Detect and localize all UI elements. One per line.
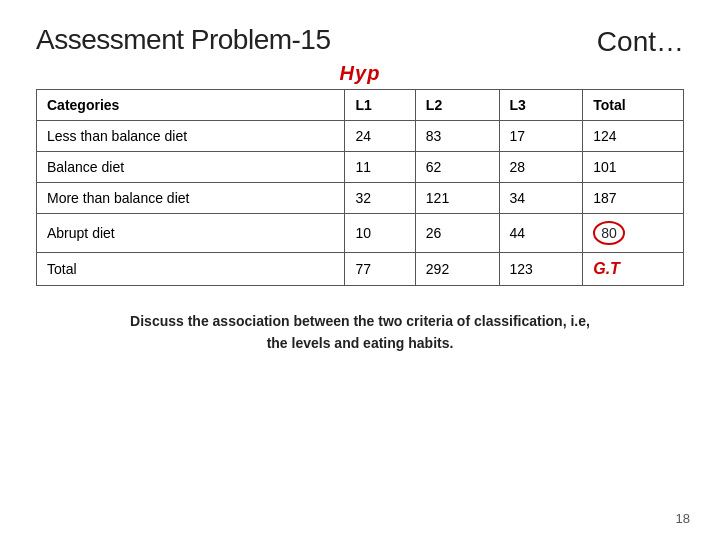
header-row: Assessment Problem-15 Cont… bbox=[36, 24, 684, 58]
cell-r4-c0: Total bbox=[37, 253, 345, 286]
page-title: Assessment Problem-15 bbox=[36, 24, 331, 56]
table-row: Balance diet116228101 bbox=[37, 152, 684, 183]
cell-r2-c2: 121 bbox=[415, 183, 499, 214]
cell-r2-c0: More than balance diet bbox=[37, 183, 345, 214]
col-header-l1: L1 bbox=[345, 90, 415, 121]
cell-r1-c2: 62 bbox=[415, 152, 499, 183]
col-header-l3: L3 bbox=[499, 90, 583, 121]
cell-r3-c0: Abrupt diet bbox=[37, 214, 345, 253]
table-header-row: Categories L1 L2 L3 Total bbox=[37, 90, 684, 121]
cell-r3-c1: 10 bbox=[345, 214, 415, 253]
cell-r2-c1: 32 bbox=[345, 183, 415, 214]
circled-value: 80 bbox=[593, 221, 625, 245]
cell-r4-c4: G.T bbox=[583, 253, 684, 286]
cell-r1-c1: 11 bbox=[345, 152, 415, 183]
data-table: Categories L1 L2 L3 Total Less than bala… bbox=[36, 89, 684, 286]
col-header-categories: Categories bbox=[37, 90, 345, 121]
cell-r0-c3: 17 bbox=[499, 121, 583, 152]
cell-r1-c0: Balance diet bbox=[37, 152, 345, 183]
table-row: More than balance diet3212134187 bbox=[37, 183, 684, 214]
footer-line1: Discuss the association between the two … bbox=[36, 310, 684, 332]
cell-r4-c1: 77 bbox=[345, 253, 415, 286]
table-row: Less than balance diet248317124 bbox=[37, 121, 684, 152]
cell-r3-c2: 26 bbox=[415, 214, 499, 253]
cell-r2-c4: 187 bbox=[583, 183, 684, 214]
cell-r3-c3: 44 bbox=[499, 214, 583, 253]
gt-value: G.T bbox=[593, 260, 620, 277]
cell-r1-c3: 28 bbox=[499, 152, 583, 183]
footer-line2: the levels and eating habits. bbox=[36, 332, 684, 354]
table-row: Abrupt diet10264480 bbox=[37, 214, 684, 253]
cell-r0-c1: 24 bbox=[345, 121, 415, 152]
page: Assessment Problem-15 Cont… Hyp Categori… bbox=[0, 0, 720, 540]
page-number: 18 bbox=[676, 511, 690, 526]
footer-text: Discuss the association between the two … bbox=[36, 310, 684, 355]
table-row: Total77292123G.T bbox=[37, 253, 684, 286]
cell-r4-c2: 292 bbox=[415, 253, 499, 286]
cont-label: Cont… bbox=[597, 24, 684, 58]
cell-r3-c4: 80 bbox=[583, 214, 684, 253]
col-header-total: Total bbox=[583, 90, 684, 121]
cell-r1-c4: 101 bbox=[583, 152, 684, 183]
cell-r2-c3: 34 bbox=[499, 183, 583, 214]
cell-r0-c0: Less than balance diet bbox=[37, 121, 345, 152]
cell-r4-c3: 123 bbox=[499, 253, 583, 286]
hyp-label: Hyp bbox=[36, 62, 684, 85]
cell-r0-c2: 83 bbox=[415, 121, 499, 152]
cell-r0-c4: 124 bbox=[583, 121, 684, 152]
col-header-l2: L2 bbox=[415, 90, 499, 121]
